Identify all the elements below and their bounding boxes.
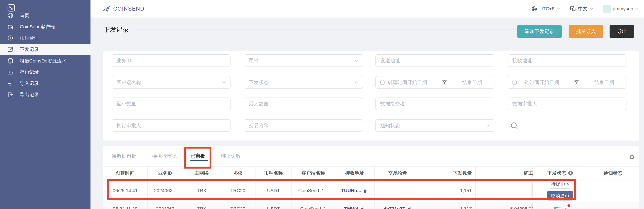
receive-address-input[interactable]: 接收地址 — [508, 54, 626, 67]
info-icon[interactable]: i — [568, 171, 573, 176]
export-icon — [7, 91, 14, 98]
copy-icon[interactable] — [360, 206, 365, 209]
start-date-placeholder: 上链时间开始日期 — [520, 79, 559, 86]
notify-status-select[interactable]: 通知状态 — [376, 119, 494, 132]
wallet-icon — [7, 23, 14, 30]
placeholder: 交易哈希 — [249, 122, 268, 129]
user-menu[interactable]: j jimmysub — [603, 5, 638, 13]
add-record-button[interactable]: 添加下发记录 — [517, 25, 562, 38]
tab-chain-failed[interactable]: 链上失败 — [221, 153, 241, 160]
coin-icon: $ — [7, 35, 14, 41]
onchain-time-range-picker[interactable]: 上链时间开始日期 至 结束日期 — [508, 76, 626, 89]
tab-approved[interactable]: 已审批 — [190, 153, 205, 160]
send-address-input[interactable]: 发送地址 — [376, 54, 494, 67]
cell-amount: 1,717 — [421, 202, 476, 209]
tab-pending-data-approval[interactable]: 待数据审批 — [112, 153, 136, 160]
col-header-receive-addr: 接收地址 — [335, 167, 374, 180]
copy-icon[interactable] — [407, 206, 412, 209]
gear-icon[interactable]: ⚙ — [629, 154, 635, 161]
coin-select[interactable]: 币种 — [244, 54, 363, 67]
client-name-select[interactable]: 客户端名称 — [112, 76, 230, 89]
import-icon — [7, 80, 14, 87]
placeholder: 通知状态 — [380, 122, 400, 129]
cell-protocol: TRC20 — [220, 202, 256, 209]
placeholder: 下发状态 — [249, 79, 268, 86]
end-date-placeholder: 结束日期 — [594, 79, 614, 86]
cell-miner-fee: 5.94398 TRX — [476, 202, 538, 209]
search-icon[interactable] — [510, 121, 519, 130]
chevron-down-icon — [222, 81, 226, 84]
sidebar-item-home[interactable]: 首页 — [0, 10, 90, 21]
sidebar-item-label: 导入记录 — [20, 80, 39, 86]
database-icon — [7, 57, 14, 64]
col-header-business-id: 业务ID — [148, 167, 183, 180]
paper-plane-icon — [102, 5, 110, 13]
batch-import-button[interactable]: 批量导入 — [568, 25, 603, 38]
col-header-amount: 下发数量 — [421, 167, 476, 180]
cell-network: TRX — [183, 180, 220, 201]
sidebar-item-import-records[interactable]: 导入记录 — [0, 78, 90, 89]
cell-business-id: 2024062 — [148, 202, 183, 209]
send-status-select[interactable]: 下发状态 — [244, 76, 363, 89]
cell-notify-status: - — [587, 202, 639, 209]
title-divider — [136, 29, 639, 29]
success-status-link[interactable]: 成功 > — [553, 206, 567, 209]
timezone-label: UTC+8 — [539, 6, 554, 11]
receive-address-link[interactable]: TUUNo... — [341, 188, 361, 193]
chevron-down-icon — [635, 8, 638, 10]
export-button[interactable]: 导出 — [610, 25, 634, 38]
max-amount-input[interactable]: 最大数量 — [244, 98, 363, 110]
sidebar-item-send-records[interactable]: 下发记录 — [0, 44, 90, 55]
exec-approver-input[interactable]: 执行审批人 — [112, 119, 230, 132]
min-amount-input[interactable]: 最小数量 — [112, 98, 230, 110]
page-title: 下发记录 — [104, 25, 129, 34]
sidebar-item-coinsend-client[interactable]: CoinSend客户端 — [0, 21, 90, 32]
receive-address-link[interactable]: TMW4 — [344, 206, 358, 209]
placeholder: 最小数量 — [116, 100, 136, 107]
table-row[interactable]: 06/25 14:41 2024062... TRX TRC20 USDT Co… — [103, 180, 639, 201]
sidebar-item-export-records[interactable]: 导出记录 — [0, 89, 90, 100]
cell-tx-hash — [374, 180, 421, 201]
svg-text:$: $ — [10, 36, 11, 40]
tx-hash-link[interactable]: 4b731c27 — [384, 206, 405, 209]
sidebar-item-coin-management[interactable]: $ 币种管理 — [0, 32, 90, 44]
sidebar-item-label: 币种管理 — [20, 35, 39, 41]
chevron-down-icon — [354, 59, 358, 62]
calendar-icon — [380, 80, 385, 85]
chevron-down-icon — [354, 81, 358, 84]
cell-notify-status: - — [587, 180, 639, 201]
translate-icon: A 文 — [570, 5, 576, 12]
deposit-icon — [7, 69, 14, 75]
active-tab-underline — [190, 160, 208, 161]
data-submitter-input[interactable]: 数据提交者 — [376, 98, 494, 110]
end-date-placeholder: 结束日期 — [462, 79, 482, 86]
cell-create-time: 06/25 14:41 — [103, 180, 148, 201]
create-time-range-picker[interactable]: 创建时间开始日期 至 结束日期 — [376, 76, 494, 89]
table-header-row: 创建时间 业务ID 主网络 协议 币种名称 客户端名称 接收地址 交易哈希 下发… — [103, 166, 639, 180]
cell-miner-fee — [476, 180, 538, 201]
sidebar-item-coinsdo-resource-flow[interactable]: 租借CoinsDo资源流水 — [0, 55, 90, 66]
language-selector[interactable]: A 文 中文 — [570, 5, 593, 12]
data-approver-input[interactable]: 数据审批人 — [508, 98, 626, 110]
send-record-icon — [7, 46, 14, 53]
filter-panel: 业务ID 币种 发送地址 接收地址 客户端名称 下发状态 创建时间开始日期 至 … — [103, 50, 639, 141]
table-row[interactable]: 06/24 11:20 2024062 TRX TRC20 USDT CoinS… — [103, 202, 639, 209]
cell-amount: 1,151 — [421, 180, 476, 201]
placeholder: 数据审批人 — [512, 100, 537, 107]
sidebar-item-deposit-records[interactable]: 存币记录 — [0, 66, 90, 78]
tab-pending-exec-approval[interactable]: 待执行审批 — [152, 153, 177, 160]
col-header-miner-fee: 矿工费 — [476, 167, 538, 180]
calendar-icon — [512, 80, 517, 85]
tx-hash-input[interactable]: 交易哈希 — [244, 119, 363, 132]
cell-coin: USDT — [256, 202, 292, 209]
timezone-selector[interactable]: UTC+8 — [531, 6, 560, 12]
cancel-withdraw-button[interactable]: 取消提币 — [547, 191, 573, 201]
business-id-input[interactable]: 业务ID — [112, 54, 230, 67]
pending-withdraw-link[interactable]: 待提币 > — [550, 181, 570, 189]
placeholder: 执行审批人 — [116, 122, 141, 129]
sidebar: 首页 CoinSend客户端 $ 币种管理 — [0, 0, 90, 209]
sidebar-item-label: 首页 — [20, 12, 29, 19]
cell-business-id: 2024062... — [148, 180, 183, 201]
copy-icon[interactable] — [363, 188, 368, 193]
cell-send-status: 成功 > — [533, 202, 587, 209]
